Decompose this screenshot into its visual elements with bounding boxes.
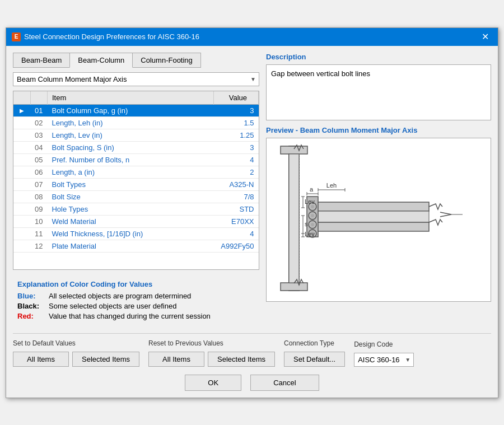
table-row[interactable]: 11 Weld Thickness, [1/16]D (in) 4 — [13, 227, 259, 240]
row-arrow — [13, 153, 30, 166]
table-row[interactable]: ▶ 01 Bolt Column Gap, g (in) 3 — [13, 104, 259, 116]
svg-rect-6 — [317, 222, 429, 231]
button-groups: Set to Default Values All Items Selected… — [13, 339, 491, 367]
preview-title: Preview - Beam Column Moment Major Axis — [266, 126, 491, 134]
row-arrow — [13, 240, 30, 252]
table-row[interactable]: 02 Length, Leh (in) 1.5 — [13, 116, 259, 129]
row-id: 11 — [30, 227, 47, 240]
tab-column-footing[interactable]: Column-Footing — [132, 53, 201, 68]
title-bar-left: E Steel Connection Design Preferences fo… — [12, 32, 199, 41]
preview-diagram: a Leh Lev — [269, 141, 488, 297]
color-row-blue: Blue: All selected objects are program d… — [17, 292, 255, 300]
row-value: 3 — [214, 104, 259, 116]
row-item: Plate Material — [47, 240, 213, 252]
row-arrow — [13, 190, 30, 203]
row-arrow — [13, 227, 30, 240]
table-row[interactable]: 05 Pref. Number of Bolts, n 4 — [13, 153, 259, 166]
row-value: 4 — [214, 153, 259, 166]
main-layout: Beam-Beam Beam-Column Column-Footing Bea… — [13, 53, 491, 326]
tab-beam-beam[interactable]: Beam-Beam — [13, 53, 70, 68]
row-arrow: ▶ — [13, 104, 30, 116]
ok-button[interactable]: OK — [185, 375, 241, 391]
set-default-all-button[interactable]: All Items — [13, 352, 69, 367]
table-row[interactable]: 08 Bolt Size 7/8 — [13, 190, 259, 203]
row-arrow — [13, 141, 30, 153]
table-header-row: Item Value — [13, 91, 259, 105]
row-id: 12 — [30, 240, 47, 252]
main-dialog: E Steel Connection Design Preferences fo… — [6, 27, 498, 398]
svg-rect-3 — [289, 154, 299, 283]
reset-previous-button-row: All Items Selected Items — [148, 352, 275, 367]
color-coding-title: Explanation of Color Coding for Values — [17, 280, 255, 288]
row-item: Hole Types — [47, 203, 213, 215]
row-item: Length, Leh (in) — [47, 116, 213, 129]
design-code-dropdown[interactable]: AISC 360-16 AISC 360-10 — [354, 353, 414, 367]
design-code-group: Design Code AISC 360-16 AISC 360-10 ▼ — [354, 340, 414, 367]
left-panel: Beam-Beam Beam-Column Column-Footing Bea… — [13, 53, 259, 326]
row-item: Bolt Size — [47, 190, 213, 203]
table-row[interactable]: 04 Bolt Spacing, S (in) 3 — [13, 141, 259, 153]
row-id: 09 — [30, 203, 47, 215]
col-id — [30, 91, 47, 105]
table-row[interactable]: 12 Plate Material A992Fy50 — [13, 240, 259, 252]
ok-cancel-row: OK Cancel — [13, 375, 491, 391]
dialog-title: Steel Connection Design Preferences for … — [24, 32, 199, 41]
reset-previous-label: Reset to Previous Values — [148, 339, 275, 347]
title-bar: E Steel Connection Design Preferences fo… — [6, 28, 498, 46]
row-item: Weld Thickness, [1/16]D (in) — [47, 227, 213, 240]
svg-text:s: s — [305, 221, 308, 227]
table-row[interactable]: 10 Weld Material E70XX — [13, 215, 259, 227]
svg-text:Leh: Leh — [326, 182, 337, 189]
properties-table-container[interactable]: Item Value ▶ 01 Bolt Column Gap, g (in) … — [13, 91, 259, 270]
connection-type-dropdown[interactable]: Beam Column Moment Major Axis Beam Colum… — [13, 72, 259, 86]
row-item: Bolt Types — [47, 178, 213, 190]
set-default-connection-button[interactable]: Set Default... — [284, 352, 345, 367]
row-id: 05 — [30, 153, 47, 166]
row-id: 07 — [30, 178, 47, 190]
tabs-container: Beam-Beam Beam-Column Column-Footing — [13, 53, 259, 68]
color-row-red: Red: Value that has changed during the c… — [17, 312, 255, 320]
row-arrow — [13, 178, 30, 190]
cancel-button[interactable]: Cancel — [250, 375, 319, 391]
table-row[interactable]: 09 Hole Types STD — [13, 203, 259, 215]
row-arrow — [13, 215, 30, 227]
close-button[interactable]: ✕ — [478, 31, 492, 43]
table-row[interactable]: 03 Length, Lev (in) 1.25 — [13, 129, 259, 141]
color-coding-section: Explanation of Color Coding for Values B… — [13, 275, 259, 326]
row-value: 3 — [214, 141, 259, 153]
table-row[interactable]: 07 Bolt Types A325-N — [13, 178, 259, 190]
dropdown-row: Beam Column Moment Major Axis Beam Colum… — [13, 72, 259, 86]
color-label-blue: Blue: — [17, 292, 45, 300]
svg-rect-1 — [281, 146, 307, 154]
row-arrow — [13, 116, 30, 129]
connection-type-label: Connection Type — [284, 339, 345, 347]
row-value: 1.25 — [214, 129, 259, 141]
svg-point-9 — [311, 205, 314, 208]
properties-table: Item Value ▶ 01 Bolt Column Gap, g (in) … — [13, 91, 259, 253]
connection-type-group: Connection Type Set Default... — [284, 339, 345, 367]
row-value: 2 — [214, 166, 259, 178]
tab-beam-column[interactable]: Beam-Column — [69, 53, 133, 68]
svg-rect-4 — [317, 202, 429, 211]
svg-rect-2 — [281, 283, 307, 291]
row-item: Length, Lev (in) — [47, 129, 213, 141]
description-section: Description Gap between vertical bolt li… — [266, 53, 491, 120]
color-label-red: Red: — [17, 312, 45, 320]
color-label-black: Black: — [17, 302, 45, 310]
row-id: 02 — [30, 116, 47, 129]
row-id: 03 — [30, 129, 47, 141]
table-row[interactable]: 06 Length, a (in) 2 — [13, 166, 259, 178]
row-value: STD — [214, 203, 259, 215]
set-default-group: Set to Default Values All Items Selected… — [13, 339, 139, 367]
connection-type-button-row: Set Default... — [284, 352, 345, 367]
preview-box: a Leh Lev — [266, 138, 491, 302]
row-id: 06 — [30, 166, 47, 178]
row-value: 4 — [214, 227, 259, 240]
row-value: 1.5 — [214, 116, 259, 129]
col-value: Value — [214, 91, 259, 105]
set-default-selected-button[interactable]: Selected Items — [72, 352, 139, 367]
reset-previous-selected-button[interactable]: Selected Items — [208, 352, 275, 367]
reset-previous-all-button[interactable]: All Items — [148, 352, 204, 367]
row-id: 10 — [30, 215, 47, 227]
col-item: Item — [47, 91, 213, 105]
